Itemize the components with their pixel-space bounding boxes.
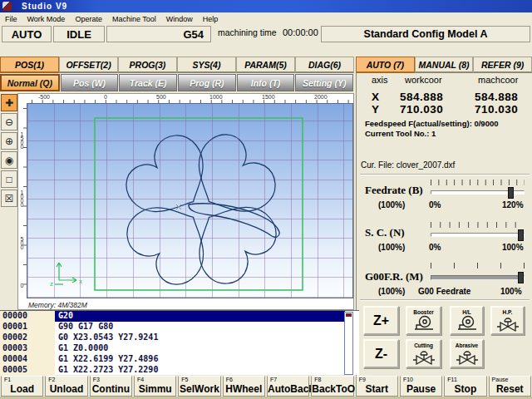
fkey-selwork[interactable]: F5 SelWork bbox=[178, 376, 220, 397]
workpiece-boundary bbox=[95, 118, 303, 290]
fkey-unload[interactable]: F2 Unload bbox=[45, 376, 87, 397]
hl-button[interactable]: H/L bbox=[450, 306, 484, 335]
auto-panel: axis workcoor machcoor X 584.888 584.888… bbox=[356, 73, 532, 376]
menu-window[interactable]: Window bbox=[161, 14, 198, 24]
program-line[interactable]: 00000 G20 bbox=[0, 311, 359, 322]
booster-button[interactable]: Booster bbox=[406, 306, 441, 335]
fit-window-icon[interactable]: □ bbox=[1, 170, 17, 188]
feedrate-slider[interactable] bbox=[431, 190, 525, 195]
fkey-stop[interactable]: F11 Stop bbox=[444, 376, 486, 397]
feedrate-thumb[interactable] bbox=[508, 187, 514, 199]
program-line[interactable]: 00001 G90 G17 G80 bbox=[0, 322, 359, 332]
line-number: 00001 bbox=[0, 322, 55, 332]
fkey-simmu[interactable]: F4 Simmu bbox=[134, 376, 176, 397]
feedrate-min: 0% bbox=[429, 200, 441, 209]
workcoor-y: 710.030 bbox=[400, 103, 443, 116]
fkey-label: AutoBack bbox=[268, 383, 308, 395]
tab-manual[interactable]: MANUAL (8) bbox=[415, 57, 474, 73]
fkey-code: F3 bbox=[93, 377, 100, 382]
scrollbar-thumb[interactable] bbox=[346, 313, 352, 317]
machcoor-x: 584.888 bbox=[475, 91, 518, 103]
zoom-out-icon[interactable]: ⊖ bbox=[1, 113, 17, 131]
program-listing[interactable]: 00000 G20 00001 G90 G17 G80 00002 G0 X23… bbox=[0, 310, 359, 375]
title-bar[interactable]: Studio V9 bbox=[0, 0, 532, 12]
menu-work-mode[interactable]: Work Mode bbox=[22, 14, 71, 24]
tab-diag[interactable]: DIAG(6) bbox=[295, 57, 354, 73]
feedspeed-readout: Feedspeed F(actual/setting): 0/9000 bbox=[365, 119, 499, 128]
line-code: G0 X23.0543 Y27.9241 bbox=[55, 332, 344, 343]
abrasive-button[interactable]: Abrasive bbox=[450, 339, 484, 368]
cutting-button[interactable]: Cutting bbox=[406, 339, 441, 368]
g00fr-label: G00F.R. (M) bbox=[365, 270, 423, 283]
pump-icon bbox=[456, 315, 478, 332]
menu-help[interactable]: Help bbox=[198, 14, 224, 24]
line-code: G90 G17 G80 bbox=[55, 322, 344, 332]
program-line[interactable]: 00004 G1 X22.6199 Y27.4896 bbox=[0, 354, 359, 365]
valve-icon bbox=[413, 348, 435, 366]
subtab-info[interactable]: Info (T) bbox=[237, 74, 295, 91]
fkey-reset[interactable]: Pause Reset bbox=[489, 376, 531, 397]
line-number: 00003 bbox=[0, 343, 55, 354]
g00fr-max: 100% bbox=[500, 287, 522, 296]
wcs-indicator: G54 bbox=[106, 26, 211, 42]
toolpath-viewport[interactable]: -500 0 500 1000 1500 2000 1500 1000 500 … bbox=[17, 93, 354, 310]
subtab-prog[interactable]: Prog (R) bbox=[178, 74, 236, 91]
menu-file[interactable]: File bbox=[0, 14, 22, 24]
function-key-bar: F1 Load F2 Unload F3 Continu F4 Simmu F5… bbox=[0, 376, 532, 397]
current-file: Cur. File: clover_2007.dxf bbox=[361, 160, 455, 170]
menu-operate[interactable]: Operate bbox=[70, 14, 107, 24]
fkey-continu[interactable]: F3 Continu bbox=[90, 376, 132, 397]
menu-machine-tool[interactable]: Machine Tool bbox=[107, 14, 161, 24]
program-line[interactable]: 00003 G1 Z0.0000 bbox=[0, 343, 359, 354]
main-tab-row: POS(1) OFFSET(2) PROG(3) SYS(4) PARAM(5)… bbox=[0, 57, 354, 73]
axis-z-label: z bbox=[50, 280, 53, 288]
ruler-x-tick: 500 bbox=[156, 94, 166, 100]
tab-param[interactable]: PARAM(5) bbox=[236, 57, 295, 73]
tab-sys[interactable]: SYS(4) bbox=[177, 57, 236, 73]
axis-y: Y bbox=[372, 103, 380, 116]
workcoor-header: workcoor bbox=[405, 75, 442, 85]
z-minus-label: Z- bbox=[375, 347, 387, 362]
center-view-icon[interactable]: ◉ bbox=[1, 151, 17, 169]
sc-slider[interactable] bbox=[431, 233, 525, 237]
fkey-autoback[interactable]: F7 AutoBack bbox=[267, 376, 309, 397]
valve-icon bbox=[497, 315, 519, 332]
fkey-code: Pause bbox=[492, 377, 509, 382]
fkey-code: F6 bbox=[226, 377, 233, 382]
fkey-start[interactable]: F9 Start bbox=[356, 376, 398, 397]
tab-offset[interactable]: OFFSET(2) bbox=[59, 57, 118, 73]
pan-icon[interactable]: ✚ bbox=[1, 94, 17, 111]
subtab-setting[interactable]: Setting (Y) bbox=[295, 74, 353, 91]
ruler-x-tick: 2000 bbox=[314, 94, 328, 100]
ruler-y-tick: 1500 bbox=[19, 131, 25, 148]
subtab-normal[interactable]: Normal (Q) bbox=[0, 74, 60, 91]
fkey-code: F4 bbox=[137, 377, 144, 382]
fkey-load[interactable]: F1 Load bbox=[1, 376, 43, 397]
z-minus-button[interactable]: Z- bbox=[363, 339, 399, 368]
subtab-track[interactable]: Track (E) bbox=[119, 74, 177, 91]
tab-prog[interactable]: PROG(3) bbox=[118, 57, 177, 73]
divider bbox=[360, 174, 530, 175]
fkey-pause[interactable]: F10 Pause bbox=[400, 376, 442, 397]
sc-thumb[interactable] bbox=[518, 229, 524, 241]
g00fr-thumb[interactable] bbox=[518, 272, 524, 283]
hp-button[interactable]: H.P. bbox=[490, 306, 525, 335]
g00fr-slider[interactable] bbox=[431, 275, 525, 280]
tab-refer[interactable]: REFER (9) bbox=[473, 57, 532, 73]
program-line[interactable]: 00002 G0 X23.0543 Y27.9241 bbox=[0, 332, 359, 343]
fkey-hwheel[interactable]: F6 HWheel bbox=[223, 376, 265, 397]
subtab-pos[interactable]: Pos (W) bbox=[61, 74, 119, 91]
program-scrollbar[interactable] bbox=[344, 312, 353, 375]
z-plus-button[interactable]: Z+ bbox=[363, 306, 399, 335]
fkey-label: SelWork bbox=[179, 383, 219, 395]
fkey-label: Continu bbox=[91, 383, 131, 395]
plot-area[interactable]: x z bbox=[27, 103, 353, 298]
program-line[interactable]: 00005 G1 X22.2723 Y27.2290 bbox=[0, 365, 359, 376]
config-model: Standard Config Model A bbox=[321, 26, 530, 42]
clear-trace-icon[interactable]: ☒ bbox=[1, 190, 17, 207]
fkey-code: F11 bbox=[447, 377, 457, 382]
tab-pos[interactable]: POS(1) bbox=[0, 57, 59, 73]
fkey-backtoo[interactable]: F8 BackToO bbox=[311, 376, 353, 397]
zoom-in-icon[interactable]: ⊕ bbox=[1, 132, 17, 150]
tab-auto[interactable]: AUTO (7) bbox=[356, 57, 415, 73]
